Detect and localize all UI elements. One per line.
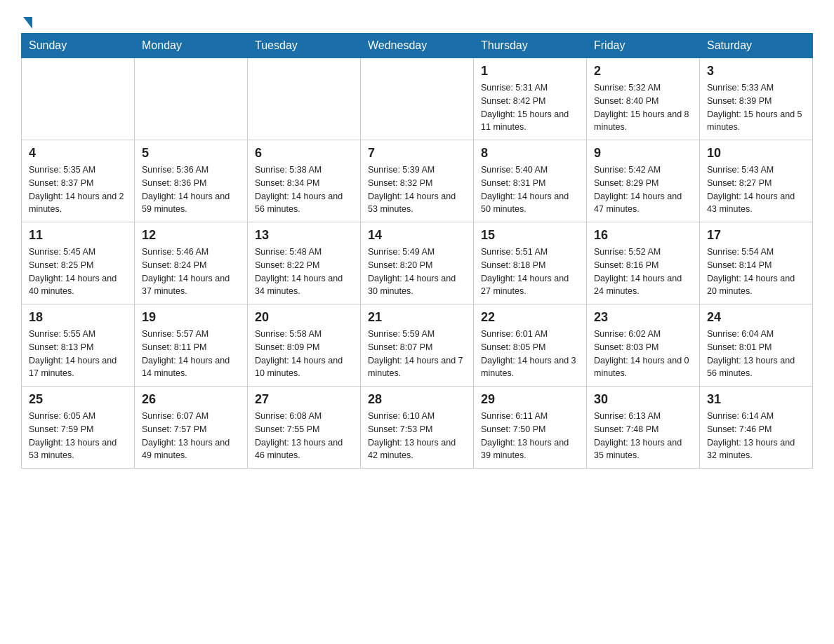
calendar-week-2: 4Sunrise: 5:35 AM Sunset: 8:37 PM Daylig… <box>22 140 813 222</box>
day-number: 14 <box>368 228 466 243</box>
calendar-cell: 31Sunrise: 6:14 AM Sunset: 7:46 PM Dayli… <box>700 387 813 469</box>
day-info: Sunrise: 6:08 AM Sunset: 7:55 PM Dayligh… <box>255 410 353 462</box>
day-number: 29 <box>481 392 579 407</box>
day-number: 18 <box>29 310 127 325</box>
logo <box>21 14 42 26</box>
day-info: Sunrise: 5:55 AM Sunset: 8:13 PM Dayligh… <box>29 328 127 380</box>
calendar-week-3: 11Sunrise: 5:45 AM Sunset: 8:25 PM Dayli… <box>22 222 813 304</box>
day-info: Sunrise: 5:59 AM Sunset: 8:07 PM Dayligh… <box>368 328 466 380</box>
day-info: Sunrise: 5:57 AM Sunset: 8:11 PM Dayligh… <box>142 328 240 380</box>
calendar-cell: 14Sunrise: 5:49 AM Sunset: 8:20 PM Dayli… <box>361 222 474 304</box>
calendar-cell: 1Sunrise: 5:31 AM Sunset: 8:42 PM Daylig… <box>474 58 587 140</box>
day-info: Sunrise: 5:33 AM Sunset: 8:39 PM Dayligh… <box>707 81 805 134</box>
calendar-week-5: 25Sunrise: 6:05 AM Sunset: 7:59 PM Dayli… <box>22 387 813 469</box>
day-info: Sunrise: 5:32 AM Sunset: 8:40 PM Dayligh… <box>594 81 692 134</box>
day-info: Sunrise: 6:02 AM Sunset: 8:03 PM Dayligh… <box>594 328 692 380</box>
calendar-cell: 29Sunrise: 6:11 AM Sunset: 7:50 PM Dayli… <box>474 387 587 469</box>
day-number: 1 <box>481 64 579 79</box>
calendar-cell: 30Sunrise: 6:13 AM Sunset: 7:48 PM Dayli… <box>587 387 700 469</box>
calendar-cell <box>361 58 474 140</box>
day-number: 28 <box>368 392 466 407</box>
calendar-cell: 11Sunrise: 5:45 AM Sunset: 8:25 PM Dayli… <box>22 222 135 304</box>
day-number: 30 <box>594 392 692 407</box>
logo-triangle-icon <box>23 17 32 29</box>
day-number: 3 <box>707 64 805 79</box>
day-info: Sunrise: 6:13 AM Sunset: 7:48 PM Dayligh… <box>594 410 692 462</box>
calendar-cell: 15Sunrise: 5:51 AM Sunset: 8:18 PM Dayli… <box>474 222 587 304</box>
page-header <box>21 14 813 26</box>
day-number: 4 <box>29 146 127 161</box>
day-info: Sunrise: 5:51 AM Sunset: 8:18 PM Dayligh… <box>481 246 579 298</box>
calendar-cell: 25Sunrise: 6:05 AM Sunset: 7:59 PM Dayli… <box>22 387 135 469</box>
day-info: Sunrise: 5:48 AM Sunset: 8:22 PM Dayligh… <box>255 246 353 298</box>
day-number: 12 <box>142 228 240 243</box>
day-number: 9 <box>594 146 692 161</box>
calendar-cell: 23Sunrise: 6:02 AM Sunset: 8:03 PM Dayli… <box>587 304 700 387</box>
day-number: 5 <box>142 146 240 161</box>
calendar-cell: 13Sunrise: 5:48 AM Sunset: 8:22 PM Dayli… <box>248 222 361 304</box>
day-number: 15 <box>481 228 579 243</box>
day-number: 25 <box>29 392 127 407</box>
day-info: Sunrise: 6:10 AM Sunset: 7:53 PM Dayligh… <box>368 410 466 462</box>
day-info: Sunrise: 5:43 AM Sunset: 8:27 PM Dayligh… <box>707 163 805 216</box>
weekday-saturday: Saturday <box>700 34 813 58</box>
calendar-body: 1Sunrise: 5:31 AM Sunset: 8:42 PM Daylig… <box>22 58 813 469</box>
day-number: 8 <box>481 146 579 161</box>
weekday-tuesday: Tuesday <box>248 34 361 58</box>
day-number: 7 <box>368 146 466 161</box>
day-info: Sunrise: 6:05 AM Sunset: 7:59 PM Dayligh… <box>29 410 127 462</box>
day-info: Sunrise: 5:52 AM Sunset: 8:16 PM Dayligh… <box>594 246 692 298</box>
day-info: Sunrise: 5:35 AM Sunset: 8:37 PM Dayligh… <box>29 163 127 216</box>
day-info: Sunrise: 5:31 AM Sunset: 8:42 PM Dayligh… <box>481 81 579 134</box>
day-number: 17 <box>707 228 805 243</box>
calendar-cell: 3Sunrise: 5:33 AM Sunset: 8:39 PM Daylig… <box>700 58 813 140</box>
calendar-cell: 2Sunrise: 5:32 AM Sunset: 8:40 PM Daylig… <box>587 58 700 140</box>
calendar-cell: 28Sunrise: 6:10 AM Sunset: 7:53 PM Dayli… <box>361 387 474 469</box>
calendar-cell: 7Sunrise: 5:39 AM Sunset: 8:32 PM Daylig… <box>361 140 474 222</box>
calendar-cell: 19Sunrise: 5:57 AM Sunset: 8:11 PM Dayli… <box>135 304 248 387</box>
calendar-week-1: 1Sunrise: 5:31 AM Sunset: 8:42 PM Daylig… <box>22 58 813 140</box>
day-number: 31 <box>707 392 805 407</box>
weekday-sunday: Sunday <box>22 34 135 58</box>
weekday-friday: Friday <box>587 34 700 58</box>
day-number: 19 <box>142 310 240 325</box>
day-number: 24 <box>707 310 805 325</box>
day-info: Sunrise: 5:39 AM Sunset: 8:32 PM Dayligh… <box>368 163 466 216</box>
calendar-cell <box>22 58 135 140</box>
day-info: Sunrise: 5:36 AM Sunset: 8:36 PM Dayligh… <box>142 163 240 216</box>
day-number: 13 <box>255 228 353 243</box>
weekday-header-row: SundayMondayTuesdayWednesdayThursdayFrid… <box>22 34 813 58</box>
day-info: Sunrise: 6:11 AM Sunset: 7:50 PM Dayligh… <box>481 410 579 462</box>
day-info: Sunrise: 5:42 AM Sunset: 8:29 PM Dayligh… <box>594 163 692 216</box>
day-number: 23 <box>594 310 692 325</box>
day-number: 22 <box>481 310 579 325</box>
calendar-cell: 27Sunrise: 6:08 AM Sunset: 7:55 PM Dayli… <box>248 387 361 469</box>
calendar-cell: 12Sunrise: 5:46 AM Sunset: 8:24 PM Dayli… <box>135 222 248 304</box>
day-number: 10 <box>707 146 805 161</box>
day-info: Sunrise: 5:46 AM Sunset: 8:24 PM Dayligh… <box>142 246 240 298</box>
calendar-cell: 5Sunrise: 5:36 AM Sunset: 8:36 PM Daylig… <box>135 140 248 222</box>
day-info: Sunrise: 5:54 AM Sunset: 8:14 PM Dayligh… <box>707 246 805 298</box>
day-info: Sunrise: 6:07 AM Sunset: 7:57 PM Dayligh… <box>142 410 240 462</box>
day-info: Sunrise: 6:04 AM Sunset: 8:01 PM Dayligh… <box>707 328 805 380</box>
day-number: 21 <box>368 310 466 325</box>
day-number: 20 <box>255 310 353 325</box>
day-number: 6 <box>255 146 353 161</box>
calendar-cell: 24Sunrise: 6:04 AM Sunset: 8:01 PM Dayli… <box>700 304 813 387</box>
calendar-cell: 4Sunrise: 5:35 AM Sunset: 8:37 PM Daylig… <box>22 140 135 222</box>
day-info: Sunrise: 5:38 AM Sunset: 8:34 PM Dayligh… <box>255 163 353 216</box>
calendar-table: SundayMondayTuesdayWednesdayThursdayFrid… <box>21 33 813 469</box>
calendar-cell: 8Sunrise: 5:40 AM Sunset: 8:31 PM Daylig… <box>474 140 587 222</box>
calendar-cell: 18Sunrise: 5:55 AM Sunset: 8:13 PM Dayli… <box>22 304 135 387</box>
calendar-cell: 16Sunrise: 5:52 AM Sunset: 8:16 PM Dayli… <box>587 222 700 304</box>
calendar-cell <box>248 58 361 140</box>
calendar-cell: 17Sunrise: 5:54 AM Sunset: 8:14 PM Dayli… <box>700 222 813 304</box>
day-info: Sunrise: 5:40 AM Sunset: 8:31 PM Dayligh… <box>481 163 579 216</box>
calendar-cell: 20Sunrise: 5:58 AM Sunset: 8:09 PM Dayli… <box>248 304 361 387</box>
calendar-cell: 6Sunrise: 5:38 AM Sunset: 8:34 PM Daylig… <box>248 140 361 222</box>
weekday-thursday: Thursday <box>474 34 587 58</box>
day-info: Sunrise: 5:45 AM Sunset: 8:25 PM Dayligh… <box>29 246 127 298</box>
day-number: 16 <box>594 228 692 243</box>
day-number: 2 <box>594 64 692 79</box>
weekday-wednesday: Wednesday <box>361 34 474 58</box>
